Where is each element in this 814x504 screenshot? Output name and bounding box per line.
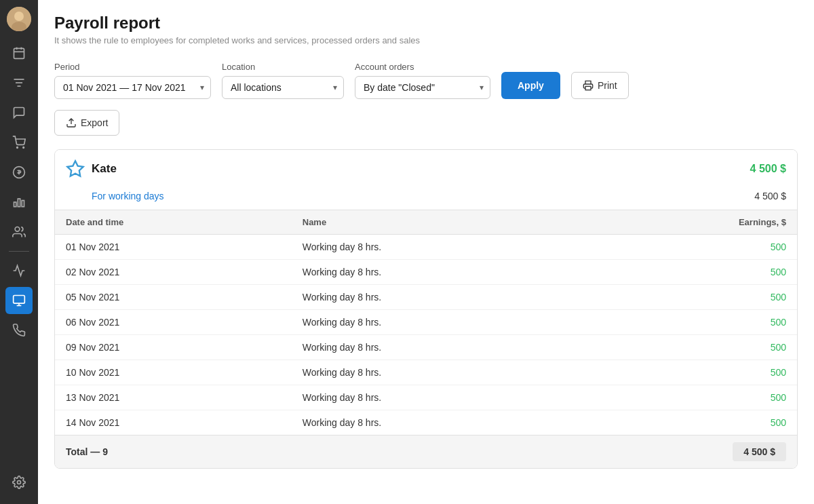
- avatar[interactable]: [7, 7, 31, 31]
- cell-earnings: 500: [591, 285, 797, 310]
- footer-amount: 4 500 $: [733, 442, 786, 461]
- cell-date: 01 Nov 2021: [55, 235, 292, 260]
- orders-filter: Account orders By date "Closed": [355, 62, 490, 99]
- payroll-icon[interactable]: [5, 287, 33, 314]
- print-label: Print: [598, 80, 617, 91]
- svg-rect-16: [22, 201, 24, 207]
- employee-name: Kate: [92, 162, 117, 176]
- period-select-wrapper: 01 Nov 2021 — 17 Nov 2021: [54, 76, 211, 99]
- table-header-row: Date and time Name Earnings, $: [55, 210, 797, 235]
- employee-icon: [66, 159, 85, 178]
- main-content: Payroll report It shows the rule to empl…: [38, 0, 814, 504]
- svg-point-17: [15, 227, 20, 232]
- export-label: Export: [81, 117, 108, 128]
- orders-select[interactable]: By date "Closed": [355, 76, 490, 99]
- export-button[interactable]: Export: [54, 110, 119, 136]
- svg-point-21: [18, 481, 21, 484]
- chart-bar-icon[interactable]: [5, 189, 33, 216]
- period-select[interactable]: 01 Nov 2021 — 17 Nov 2021: [54, 76, 211, 99]
- analytics-icon[interactable]: [5, 257, 33, 284]
- cell-name: Working day 8 hrs.: [292, 410, 592, 435]
- table-row: 10 Nov 2021 Working day 8 hrs. 500: [55, 360, 797, 385]
- cell-name: Working day 8 hrs.: [292, 285, 592, 310]
- col-earnings: Earnings, $: [591, 210, 797, 235]
- phone-icon[interactable]: [5, 317, 33, 344]
- cell-earnings: 500: [591, 235, 797, 260]
- location-select-wrapper: All locations: [222, 76, 344, 99]
- location-select[interactable]: All locations: [222, 76, 344, 99]
- table-row: 14 Nov 2021 Working day 8 hrs. 500: [55, 410, 797, 435]
- col-name: Name: [292, 210, 592, 235]
- cell-date: 02 Nov 2021: [55, 260, 292, 285]
- table-row: 09 Nov 2021 Working day 8 hrs. 500: [55, 335, 797, 360]
- orders-label: Account orders: [355, 62, 490, 72]
- period-label: Period: [54, 62, 211, 72]
- cart-icon[interactable]: [5, 129, 33, 156]
- working-days-link[interactable]: For working days: [92, 191, 164, 201]
- cell-date: 09 Nov 2021: [55, 335, 292, 360]
- employee-header: Kate 4 500 $: [55, 150, 797, 188]
- cell-earnings: 500: [591, 335, 797, 360]
- svg-point-1: [14, 12, 24, 21]
- export-icon: [66, 117, 77, 128]
- sidebar-bottom: [5, 467, 33, 497]
- cell-date: 10 Nov 2021: [55, 360, 292, 385]
- employee-header-left: Kate: [66, 159, 117, 178]
- apply-button[interactable]: Apply: [501, 72, 560, 99]
- employee-section: Kate 4 500 $ For working days 4 500 $ Da…: [54, 149, 798, 469]
- orders-select-wrapper: By date "Closed": [355, 76, 490, 99]
- table-body: 01 Nov 2021 Working day 8 hrs. 500 02 No…: [55, 235, 797, 435]
- svg-rect-15: [18, 199, 20, 207]
- employee-sub-amount: 4 500 $: [754, 191, 786, 201]
- cell-date: 06 Nov 2021: [55, 310, 292, 335]
- employee-total: 4 500 $: [750, 163, 786, 175]
- location-filter: Location All locations: [222, 62, 344, 99]
- filters-row: Period 01 Nov 2021 — 17 Nov 2021 Locatio…: [54, 62, 798, 99]
- svg-rect-3: [14, 48, 24, 58]
- footer-label: Total — 9: [66, 446, 108, 457]
- cell-name: Working day 8 hrs.: [292, 385, 592, 410]
- employee-sub: For working days 4 500 $: [55, 188, 797, 210]
- svg-marker-24: [67, 161, 83, 176]
- settings-icon[interactable]: [5, 469, 33, 496]
- cell-earnings: 500: [591, 310, 797, 335]
- cell-name: Working day 8 hrs.: [292, 235, 592, 260]
- calendar-icon[interactable]: [5, 39, 33, 66]
- col-date: Date and time: [55, 210, 292, 235]
- sidebar-divider: [9, 251, 29, 252]
- cell-date: 14 Nov 2021: [55, 410, 292, 435]
- cell-earnings: 500: [591, 410, 797, 435]
- print-icon: [583, 80, 594, 91]
- page-title: Payroll report: [54, 14, 798, 33]
- cell-name: Working day 8 hrs.: [292, 310, 592, 335]
- dollar-icon[interactable]: [5, 159, 33, 186]
- svg-point-11: [23, 147, 24, 149]
- cell-earnings: 500: [591, 385, 797, 410]
- cell-date: 05 Nov 2021: [55, 285, 292, 310]
- table-row: 13 Nov 2021 Working day 8 hrs. 500: [55, 385, 797, 410]
- cell-name: Working day 8 hrs.: [292, 335, 592, 360]
- cell-earnings: 500: [591, 360, 797, 385]
- payroll-table: Date and time Name Earnings, $ 01 Nov 20…: [55, 210, 797, 435]
- table-row: 01 Nov 2021 Working day 8 hrs. 500: [55, 235, 797, 260]
- svg-rect-22: [585, 86, 591, 90]
- page-subtitle: It shows the rule to employees for compl…: [54, 35, 798, 45]
- period-filter: Period 01 Nov 2021 — 17 Nov 2021: [54, 62, 211, 99]
- table-row: 02 Nov 2021 Working day 8 hrs. 500: [55, 260, 797, 285]
- svg-point-10: [17, 147, 18, 149]
- chat-icon[interactable]: [5, 99, 33, 126]
- cell-name: Working day 8 hrs.: [292, 260, 592, 285]
- cell-earnings: 500: [591, 260, 797, 285]
- svg-rect-18: [14, 296, 25, 304]
- table-row: 05 Nov 2021 Working day 8 hrs. 500: [55, 285, 797, 310]
- filter-icon[interactable]: [5, 69, 33, 96]
- sidebar: [0, 0, 38, 504]
- table-footer: Total — 9 4 500 $: [55, 435, 797, 468]
- actions-row: Export: [54, 110, 798, 136]
- location-label: Location: [222, 62, 344, 72]
- users-icon[interactable]: [5, 218, 33, 246]
- table-row: 06 Nov 2021 Working day 8 hrs. 500: [55, 310, 797, 335]
- cell-name: Working day 8 hrs.: [292, 360, 592, 385]
- print-button[interactable]: Print: [571, 72, 629, 99]
- cell-date: 13 Nov 2021: [55, 385, 292, 410]
